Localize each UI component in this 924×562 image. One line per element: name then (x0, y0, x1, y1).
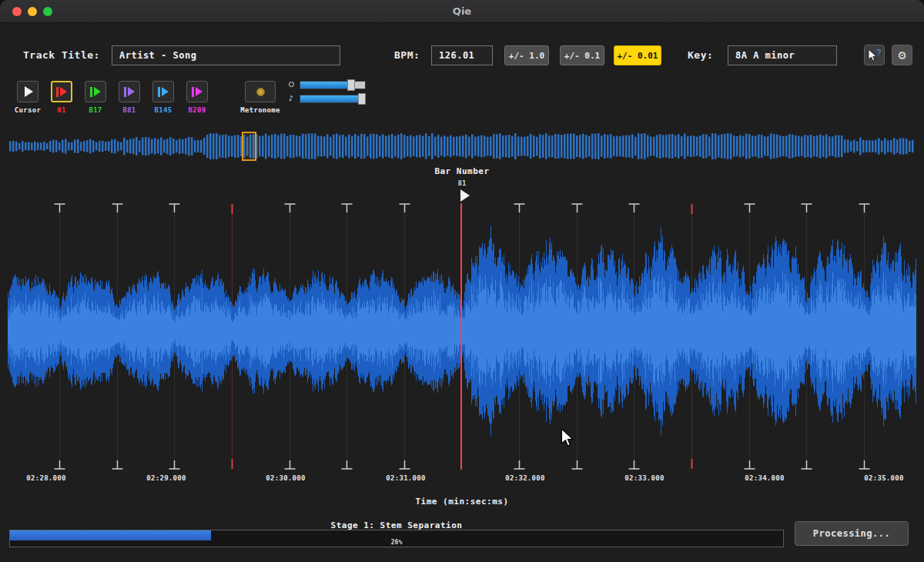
cue-2-label: B17 (89, 106, 102, 114)
music-volume-row: ♪ (286, 93, 366, 104)
cursor-play-button[interactable] (17, 81, 38, 102)
cue-3-button[interactable] (119, 81, 140, 102)
metronome-label: Metronome (240, 106, 280, 114)
transport-bar: Cursor 01 B17 B81 B145 (14, 81, 211, 114)
metronome-icon (256, 88, 265, 96)
metronome-group: Metronome (237, 81, 283, 114)
gear-icon: ⚙ (897, 49, 907, 62)
music-note-icon: ♪ (286, 94, 296, 103)
cue-5-button[interactable] (186, 81, 208, 102)
click-volume-icon (286, 80, 296, 89)
time-tick-label: 02:30.000 (266, 474, 305, 482)
time-tick-label: 02:31.000 (386, 474, 425, 482)
titlebar: Qie (0, 0, 924, 23)
time-tick-label: 02:33.000 (624, 474, 664, 482)
bpm-label: BPM: (394, 45, 420, 65)
key-label: Key: (688, 45, 713, 65)
playhead-marker[interactable] (460, 189, 470, 202)
cursor-play-group: Cursor (14, 81, 42, 114)
click-volume-slider[interactable] (300, 81, 366, 89)
volume-sliders: ♪ (286, 79, 366, 104)
help-button[interactable]: ? (864, 45, 885, 65)
cue-play-icon (90, 87, 92, 97)
time-tick-label: 02:34.000 (745, 474, 784, 482)
cue-4-group: B145 (149, 81, 177, 114)
cue-1-label: 01 (57, 106, 65, 114)
main-waveform[interactable] (8, 203, 916, 470)
metronome-button[interactable] (245, 81, 276, 102)
time-tick-label: 02:35.000 (864, 474, 903, 482)
cue-3-group: B81 (116, 81, 143, 114)
bpm-step-01-button[interactable]: +/- 0.1 (560, 45, 604, 65)
cue-2-group: B17 (82, 81, 109, 114)
cue-1-group: 01 (48, 81, 75, 114)
cue-3-label: B81 (122, 106, 136, 114)
cue-5-label: B209 (189, 106, 206, 114)
key-input[interactable] (728, 45, 837, 65)
track-title-label: Track Title: (23, 45, 100, 65)
cue-5-group: B209 (183, 81, 211, 114)
time-axis-title: Time (min:sec:ms) (0, 497, 924, 507)
bpm-input[interactable] (431, 45, 493, 65)
time-tick-label: 02:29.000 (146, 474, 186, 482)
cue-play-icon (56, 87, 59, 97)
progress-percent: 26% (10, 539, 783, 546)
overview-waveform[interactable] (8, 132, 916, 161)
cursor-play-label: Cursor (15, 106, 41, 114)
cue-play-icon (192, 87, 194, 97)
settings-button[interactable]: ⚙ (892, 45, 912, 65)
cue-play-icon (158, 87, 160, 97)
time-tick-label: 02:32.000 (505, 474, 544, 482)
window-title: Qie (0, 5, 924, 17)
progress-bar: 26% (9, 530, 784, 547)
music-volume-slider[interactable] (300, 95, 366, 103)
bar-number-value: 81 (0, 179, 924, 187)
cue-1-button[interactable] (51, 81, 72, 102)
time-tick-label: 02:28.000 (26, 474, 65, 482)
click-volume-row (286, 79, 366, 90)
cue-2-button[interactable] (85, 81, 106, 102)
cue-4-label: B145 (155, 106, 172, 114)
question-mark-icon: ? (876, 48, 881, 57)
cue-4-button[interactable] (152, 81, 174, 102)
overview-selection-box[interactable] (242, 132, 256, 161)
bpm-step-1-button[interactable]: +/- 1.0 (504, 45, 549, 65)
bar-number-label: Bar Number (0, 166, 924, 176)
bpm-step-001-button[interactable]: +/- 0.01 (614, 45, 661, 65)
app-window: Qie Track Title: BPM: +/- 1.0 +/- 0.1 +/… (0, 0, 924, 562)
cue-play-icon (124, 87, 126, 97)
play-icon (25, 86, 33, 97)
slider-handle[interactable] (358, 93, 366, 105)
processing-button[interactable]: Processing... (795, 521, 909, 546)
track-title-input[interactable] (112, 45, 340, 65)
slider-handle[interactable] (347, 79, 355, 91)
